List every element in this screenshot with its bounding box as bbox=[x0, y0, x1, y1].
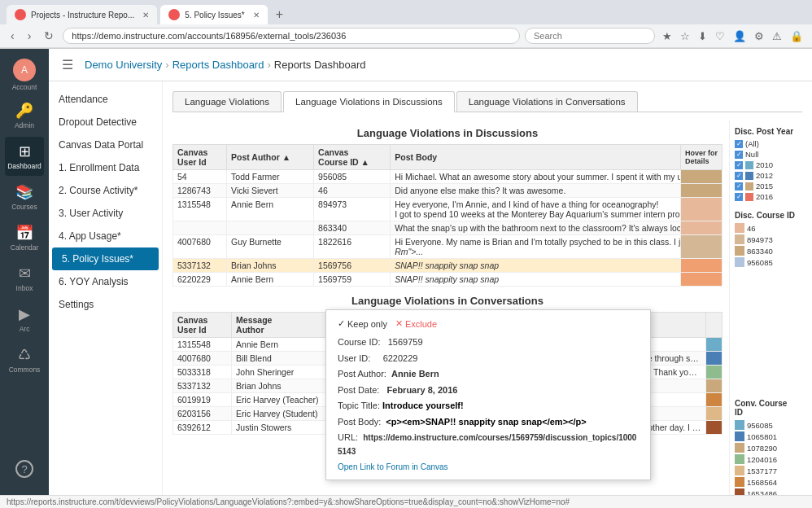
warning-icon[interactable]: ⚠ bbox=[770, 28, 784, 44]
nav-item-account[interactable]: A Account bbox=[5, 55, 44, 94]
disc-body: SNAP!! snappity snap snap bbox=[391, 273, 681, 287]
legend-checkbox[interactable]: ✓ bbox=[735, 151, 743, 159]
nav-item-help[interactable]: ? bbox=[5, 449, 44, 488]
legend-label2: 863340 bbox=[747, 247, 773, 256]
new-tab-button[interactable]: + bbox=[271, 7, 288, 22]
disc-legend-item[interactable]: ✓ Null bbox=[735, 150, 797, 159]
legend-checkbox[interactable]: ✓ bbox=[735, 172, 743, 180]
disc-table-row[interactable]: 863340 What the snap's up with the bathr… bbox=[173, 221, 723, 235]
content-area: Language Violations Language Violations … bbox=[163, 81, 812, 495]
address-input[interactable] bbox=[63, 28, 520, 44]
col-course-id[interactable]: CanvasCourse ID ▲ bbox=[314, 145, 391, 170]
bookmark-icon[interactable]: ★ bbox=[660, 28, 674, 44]
legend-checkbox[interactable]: ✓ bbox=[735, 161, 743, 169]
tooltip-actions: ✓ Keep only ✕ Exclude bbox=[338, 318, 639, 329]
breadcrumb-item-reports[interactable]: Reports Dashboard bbox=[172, 59, 264, 71]
canvas-nav: A Account 🔑 Admin ⊞ Dashboard 📚 Courses … bbox=[0, 49, 49, 495]
user-icon[interactable]: 👤 bbox=[731, 28, 749, 44]
menu-item-yoy[interactable]: 6. YOY Analysis bbox=[49, 270, 162, 293]
disc-color-swatch bbox=[680, 273, 722, 287]
menu-item-canvas-data[interactable]: Canvas Data Portal bbox=[49, 134, 162, 156]
conv-user-id: 6019919 bbox=[173, 393, 232, 407]
nav-item-admin[interactable]: 🔑 Admin bbox=[5, 96, 44, 135]
conversations-section-title: Language Violations in Conversations bbox=[172, 295, 723, 307]
back-button[interactable]: ‹ bbox=[7, 28, 19, 44]
tab-close-active-btn[interactable]: ✕ bbox=[253, 11, 260, 20]
menu-item-user-activity[interactable]: 3. User Activity bbox=[49, 202, 162, 225]
conv-swatch bbox=[706, 421, 723, 435]
search-input[interactable] bbox=[525, 28, 655, 44]
keep-only-action[interactable]: ✓ Keep only bbox=[338, 318, 387, 329]
discussions-section-title: Language Violations in Discussions bbox=[172, 127, 723, 139]
tab-violations[interactable]: Language Violations bbox=[172, 91, 282, 112]
conv-legend-label: 1568564 bbox=[747, 478, 777, 487]
disc-course-id: 863340 bbox=[314, 221, 391, 235]
legend-color-swatch bbox=[745, 182, 753, 190]
legend-label2: 894973 bbox=[747, 235, 773, 244]
menu-item-app-usage[interactable]: 4. App Usage* bbox=[49, 225, 162, 247]
settings-icon[interactable]: ⚙ bbox=[752, 28, 766, 44]
conv-swatch bbox=[706, 366, 723, 379]
disc-body: Hey everyone, I'm Annie, and I kind of h… bbox=[391, 198, 681, 221]
disc-user-id: 6220229 bbox=[173, 273, 227, 287]
breadcrumb-item-university[interactable]: Demo University bbox=[85, 59, 162, 71]
disc-table-row[interactable]: 5337132 Brian Johns 1569756 SNAP!! snapp… bbox=[173, 259, 723, 273]
exclude-action[interactable]: ✕ Exclude bbox=[395, 318, 437, 329]
conv-swatch bbox=[706, 393, 723, 407]
tab-inactive[interactable]: Projects - Instructure Repo... ✕ bbox=[7, 5, 157, 24]
disc-table-row[interactable]: 4007680 Guy Burnette 1822616 Hi Everyone… bbox=[173, 235, 723, 259]
menu-item-enrollment[interactable]: 1. Enrollment Data bbox=[49, 156, 162, 179]
nav-item-inbox[interactable]: ✉ Inbox bbox=[5, 259, 44, 298]
legend-color-swatch bbox=[745, 193, 753, 201]
menu-item-settings[interactable]: Settings bbox=[49, 293, 162, 316]
disc-legend-item[interactable]: ✓ 2015 bbox=[735, 182, 797, 190]
nav-item-commons[interactable]: ♺ Commons bbox=[5, 340, 44, 379]
col-author[interactable]: Post Author ▲ bbox=[227, 145, 314, 170]
heart-icon[interactable]: ♡ bbox=[713, 28, 727, 44]
menu-item-policy-issues[interactable]: 5. Policy Issues* bbox=[52, 247, 159, 270]
help-icon: ? bbox=[15, 460, 33, 478]
disc-table-row[interactable]: 6220229 Annie Bern 1569759 SNAP!! snappi… bbox=[173, 273, 723, 287]
tooltip-url-value: https://demo.instructure.com/courses/156… bbox=[338, 433, 636, 456]
forward-button[interactable]: › bbox=[24, 28, 36, 44]
legend-label2: 956085 bbox=[747, 258, 773, 267]
disc-user-id: 1286743 bbox=[173, 184, 227, 198]
legend-checkbox[interactable]: ✓ bbox=[735, 193, 743, 201]
disc-legend-item[interactable]: ✓ (All) bbox=[735, 139, 797, 148]
disc-course-id: 1569756 bbox=[314, 259, 391, 273]
disc-user-id: 4007680 bbox=[173, 235, 227, 259]
menu-item-attendance[interactable]: Attendance bbox=[49, 88, 162, 111]
refresh-button[interactable]: ↻ bbox=[40, 28, 58, 44]
legend-checkbox[interactable]: ✓ bbox=[735, 182, 743, 190]
menu-item-dropout[interactable]: Dropout Detective bbox=[49, 111, 162, 134]
disc-table-row[interactable]: 54 Todd Farmer 956085 Hi Michael. What a… bbox=[173, 170, 723, 184]
tab-violations-discussions[interactable]: Language Violations in Discussions bbox=[283, 91, 455, 112]
bookmark2-icon[interactable]: ☆ bbox=[678, 28, 692, 44]
disc-legend-item[interactable]: ✓ 2010 bbox=[735, 160, 797, 169]
nav-item-arc[interactable]: ▶ Arc bbox=[5, 300, 44, 339]
nav-item-courses[interactable]: 📚 Courses bbox=[5, 177, 44, 217]
nav-label-inbox: Inbox bbox=[16, 284, 33, 292]
nav-item-calendar[interactable]: 📅 Calendar bbox=[5, 218, 44, 257]
tab-close-btn[interactable]: ✕ bbox=[142, 11, 149, 20]
conv-legend-item: 1537177 bbox=[735, 466, 797, 475]
disc-body: SNAP!! snappity snap snap bbox=[391, 259, 681, 273]
lock-icon[interactable]: 🔒 bbox=[788, 28, 805, 44]
tab-active[interactable]: 5. Policy Issues* ✕ bbox=[160, 5, 267, 24]
nav-item-dashboard[interactable]: ⊞ Dashboard bbox=[5, 137, 44, 176]
disc-table-row[interactable]: 1315548 Annie Bern 894973 Hey everyone, … bbox=[173, 198, 723, 221]
disc-color-swatch bbox=[680, 259, 722, 273]
disc-legend-item[interactable]: ✓ 2016 bbox=[735, 192, 797, 201]
legend-checkbox[interactable]: ✓ bbox=[735, 140, 743, 148]
legend-color-swatch bbox=[745, 161, 753, 169]
open-forum-link[interactable]: Open Link to Forum in Canvas bbox=[338, 462, 639, 471]
menu-item-course-activity[interactable]: 2. Course Activity* bbox=[49, 179, 162, 202]
menu-icon[interactable]: ☰ bbox=[62, 57, 73, 72]
download-icon[interactable]: ⬇ bbox=[696, 28, 709, 44]
disc-table-row[interactable]: 1286743 Vicki Sievert 46 Did anyone else… bbox=[173, 184, 723, 198]
disc-legend-item[interactable]: ✓ 2012 bbox=[735, 171, 797, 180]
tooltip-url-label: URL: bbox=[338, 432, 358, 442]
tab-violations-conversations[interactable]: Language Violations in Conversations bbox=[456, 91, 638, 112]
conv-legend-item: 1065801 bbox=[735, 431, 797, 441]
tooltip-user-id: User ID: 6220229 bbox=[338, 352, 639, 366]
